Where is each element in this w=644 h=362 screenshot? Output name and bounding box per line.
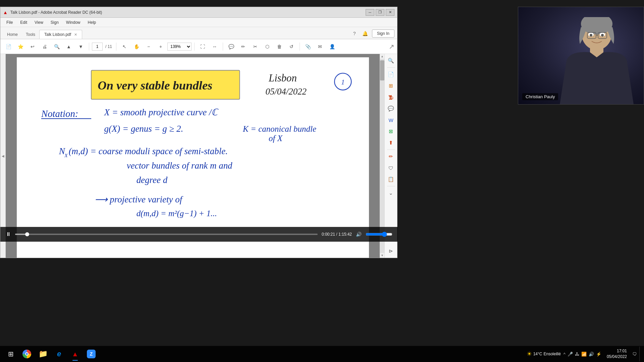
taskbar-file-explorer[interactable]: 📁 <box>36 347 50 361</box>
taskbar-zoom[interactable]: Z <box>84 347 99 361</box>
notification-tray-icon[interactable]: 🗨 <box>632 352 637 357</box>
person-silhouette <box>560 17 634 104</box>
svg-text:of X: of X <box>269 134 283 143</box>
prev-page-button[interactable]: ▲ <box>63 41 74 52</box>
select-tool-button[interactable]: ↖ <box>119 41 130 52</box>
microphone-icon[interactable]: 🎤 <box>568 352 573 357</box>
show-desktop-button[interactable] <box>639 347 641 361</box>
zoom-in-button[interactable]: + <box>155 41 166 52</box>
notifications-icon[interactable]: 🔔 <box>361 29 369 38</box>
acrobat-taskbar-icon: ▲ <box>70 349 80 359</box>
tab-home[interactable]: Home <box>3 30 22 39</box>
wifi-icon[interactable]: 📶 <box>581 352 587 357</box>
volume-icon[interactable]: 🔊 <box>356 232 362 237</box>
panel-security-button[interactable]: 🛡 <box>386 163 396 173</box>
restore-button[interactable]: ❐ <box>376 9 384 16</box>
zoom-out-tool-button[interactable]: 🔍 <box>51 41 62 52</box>
help-icon[interactable]: ? <box>351 29 359 38</box>
svg-text:X = smooth projective curve /ℂ: X = smooth projective curve /ℂ <box>104 107 219 117</box>
cursor-pointer-icon: ↗ <box>389 43 394 51</box>
tab-label: Talk Lisbon.pdf <box>44 32 71 37</box>
edge-icon: e <box>54 349 64 359</box>
taskbar-right: ☀ 14°C Ensoleillé ^ 🎤 🖧 📶 🔊 ⚡ 17:01 05/0… <box>527 347 641 361</box>
network-icon[interactable]: 🖧 <box>575 352 579 357</box>
menu-sign[interactable]: Sign <box>47 19 62 26</box>
zoom-select[interactable]: 139% 100% 125% 150% 75% <box>167 43 192 51</box>
panel-separator-2 <box>387 149 395 150</box>
menu-view[interactable]: View <box>31 19 47 26</box>
close-button[interactable]: ✕ <box>386 9 394 16</box>
clock[interactable]: 17:01 05/04/2022 <box>604 348 630 360</box>
tab-close-icon[interactable]: ✕ <box>74 33 77 37</box>
weather-temp: 14°C <box>533 352 542 356</box>
panel-separator-3 <box>387 186 395 186</box>
system-tray: ^ 🎤 🖧 📶 🔊 ⚡ <box>564 352 601 357</box>
start-menu-button[interactable]: ⊞ <box>3 347 18 361</box>
chevron-up-icon[interactable]: ^ <box>564 352 566 357</box>
delete-button[interactable]: 🗑 <box>274 41 285 52</box>
svg-text:(m,d) = coarse moduli space of: (m,d) = coarse moduli space of semi-stab… <box>68 146 227 156</box>
svg-text:Lisbon: Lisbon <box>268 72 297 84</box>
email-button[interactable]: ✉ <box>315 41 325 52</box>
tab-tools[interactable]: Tools <box>22 30 39 39</box>
scroll-track[interactable] <box>380 59 384 253</box>
panel-zoom-button[interactable]: 🔍 <box>386 55 396 66</box>
comment-button[interactable]: 💬 <box>226 41 236 52</box>
bookmark-button[interactable]: ⭐ <box>15 41 26 52</box>
svg-text:⟶  projective variety of: ⟶ projective variety of <box>94 194 183 204</box>
panel-expand-button[interactable]: ⊳ <box>386 246 396 256</box>
rotate-button[interactable]: ↺ <box>286 41 297 52</box>
progress-thumb[interactable] <box>25 232 29 236</box>
taskbar-edge[interactable]: e <box>52 347 66 361</box>
panel-form-button[interactable]: 📋 <box>386 174 396 185</box>
scroll-thumb[interactable] <box>380 60 384 80</box>
menu-help[interactable]: Help <box>85 19 100 26</box>
zoom-out-button[interactable]: − <box>143 41 154 52</box>
panel-organize-button[interactable]: ⊞ <box>386 80 396 91</box>
sign-in-button[interactable]: Sign In <box>372 29 394 38</box>
tab-active-pdf[interactable]: Talk Lisbon.pdf ✕ <box>39 30 82 39</box>
scroll-down-arrow[interactable]: ▼ <box>380 253 385 258</box>
svg-point-24 <box>590 34 592 37</box>
scroll-up-arrow[interactable]: ▲ <box>380 54 385 59</box>
panel-word-button[interactable]: W <box>386 115 396 125</box>
zoom-taskbar-icon: Z <box>87 350 96 358</box>
account-button[interactable]: 👤 <box>327 41 337 52</box>
speaker-icon[interactable]: 🔊 <box>589 352 594 357</box>
fit-page-button[interactable]: ⛶ <box>197 41 208 52</box>
fit-width-button[interactable]: ↔ <box>209 41 220 52</box>
weather-sun-icon: ☀ <box>527 350 532 358</box>
back-button[interactable]: ↩ <box>27 41 38 52</box>
acrobat-icon: ▲ <box>3 10 8 15</box>
svg-text:vector bundles of rank m and: vector bundles of rank m and <box>126 161 232 171</box>
play-pause-button[interactable]: ⏸ <box>6 231 11 237</box>
print-button[interactable]: 🖨 <box>39 41 50 52</box>
panel-chevron-down[interactable]: ⌄ <box>386 188 396 198</box>
taskbar-acrobat[interactable]: ▲ <box>68 347 83 361</box>
page-total: / 11 <box>104 44 113 49</box>
panel-export2-button[interactable]: ⬆ <box>386 137 396 148</box>
page-number-input[interactable] <box>92 43 103 51</box>
volume-slider[interactable] <box>366 232 392 237</box>
power-icon[interactable]: ⚡ <box>596 352 601 357</box>
svg-text:d(m,d) = m²(g−1) + 1...: d(m,d) = m²(g−1) + 1... <box>136 209 217 218</box>
menu-file[interactable]: File <box>3 19 16 26</box>
panel-export-button[interactable]: 📄 <box>386 69 396 80</box>
next-page-button[interactable]: ▼ <box>75 41 86 52</box>
menu-edit[interactable]: Edit <box>17 19 31 26</box>
menu-window[interactable]: Window <box>63 19 84 26</box>
panel-comment-button[interactable]: 💬 <box>386 103 396 114</box>
taskbar-chrome[interactable] <box>19 347 34 361</box>
paperclip-button[interactable]: 📎 <box>303 41 313 52</box>
weather-widget[interactable]: ☀ 14°C Ensoleillé <box>527 350 561 358</box>
markup-button[interactable]: ✂ <box>250 41 261 52</box>
panel-excel-button[interactable]: ⊠ <box>386 126 396 137</box>
highlight-button[interactable]: ✏ <box>238 41 249 52</box>
minimize-button[interactable]: ─ <box>366 9 374 16</box>
panel-compress-button[interactable]: 🗜 <box>386 92 396 103</box>
stamp-button[interactable]: ⬡ <box>262 41 273 52</box>
create-pdf-button[interactable]: 📄 <box>3 41 14 52</box>
panel-markup-button[interactable]: ✏ <box>386 151 396 162</box>
hand-tool-button[interactable]: ✋ <box>131 41 142 52</box>
progress-bar[interactable] <box>15 234 318 235</box>
